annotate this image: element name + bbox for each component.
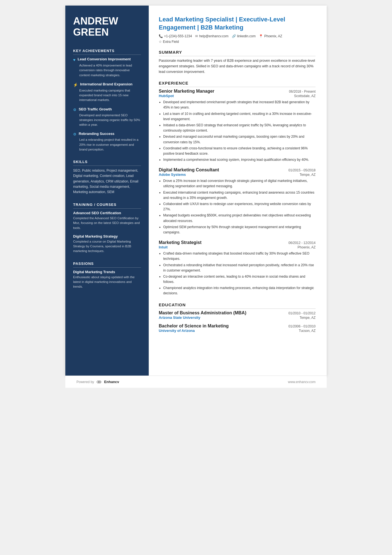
bullet-item: Implemented a comprehensive lead scoring… <box>163 157 316 162</box>
star-icon: ☆ <box>159 40 162 44</box>
achievement-item: ♥ Lead Conversion Improvement Achieved a… <box>73 57 141 78</box>
exp-bullets: Developed and implemented omnichannel gr… <box>159 100 316 162</box>
passions-section-title: PASSIONS <box>73 262 141 268</box>
footer: Powered by Enhancv www.enhancv.com <box>65 376 327 388</box>
bullet-item: Drove a 25% increase in lead conversion … <box>163 178 316 189</box>
education-item: Bachelor of Science in Marketing 01/2006… <box>159 324 316 333</box>
contact-location: 📍 Phoenix, AZ <box>259 34 282 38</box>
passion-item: Digital Marketing Trends Enthusiastic ab… <box>73 270 141 289</box>
training-title: Advanced SEO Certification <box>73 211 141 215</box>
training-desc: Completed a course on Digital Marketing … <box>73 239 141 254</box>
achievement-item: ⚙ SEO Traffic Growth Developed and imple… <box>73 107 141 127</box>
achievement-title: Lead Conversion Improvement <box>78 57 131 62</box>
edu-dates: 01/2010 - 01/2012 <box>289 311 316 315</box>
exp-location: Tempe, AZ <box>300 173 316 177</box>
bullet-item: Coordinated with cross-functional teams … <box>163 146 316 156</box>
gear-icon: ⚙ <box>73 108 76 112</box>
exp-bullets: Crafted data-driven marketing strategies… <box>159 251 316 296</box>
job-title: Lead Marketing Specialist | Executive-Le… <box>159 16 316 31</box>
achievement-title: Rebranding Success <box>79 132 115 136</box>
contact-phone: 📞 +1-(234)-555-1234 <box>159 34 192 38</box>
training-item: Digital Marketing Strategy Completed a c… <box>73 234 141 254</box>
heart-icon: ♥ <box>73 58 75 62</box>
experience-item: Marketing Strategist 06/2012 - 12/2014 I… <box>159 240 316 296</box>
contact-row: 📞 +1-(234)-555-1234 ✉ help@enhancv.com 🔗… <box>159 34 316 38</box>
bullet-item: Championed analytics integration into ma… <box>163 285 316 296</box>
bullet-item: Optimized SEM performance by 50% through… <box>163 225 316 235</box>
brand-name: Enhancv <box>104 380 119 384</box>
bullet-item: Initiated a data-driven SEO strategy tha… <box>163 123 316 133</box>
education-section-title: EDUCATION <box>159 302 316 309</box>
bullet-item: Led a team of 10 in crafting and deliver… <box>163 111 316 122</box>
bullet-item: Co-designed an interactive content serie… <box>163 274 316 285</box>
exp-job-title: Digital Marketing Consultant <box>159 167 219 172</box>
gear2-icon: ⚙ <box>73 132 76 136</box>
bullet-item: Collaborated with UX/UI teams to redesig… <box>163 201 316 212</box>
contact-linkedin: 🔗 linkedin.com <box>232 34 256 38</box>
achievement-item: ⚙ Rebranding Success Led a rebranding pr… <box>73 132 141 152</box>
bullet-item: Developed and implemented omnichannel gr… <box>163 100 316 110</box>
achievement-title: International Brand Expansion <box>80 82 133 87</box>
bullet-item: Devised and managed successful email mar… <box>163 134 316 145</box>
phone-icon: 📞 <box>159 34 163 38</box>
location-icon: 📍 <box>259 34 263 38</box>
experience-section-title: EXPERIENCE <box>159 81 316 87</box>
extra-field-row: ☆ Extra Field <box>159 40 316 44</box>
powered-by-label: Powered by <box>76 380 94 384</box>
experience-item: Senior Marketing Manager 06/2018 - Prese… <box>159 89 316 162</box>
skills-text: SEO, Public relations, Project managemen… <box>73 168 141 195</box>
exp-job-title: Marketing Strategist <box>159 240 202 245</box>
achievement-item: ⚡ International Brand Expansion Executed… <box>73 82 141 103</box>
edu-school: University of Arizona <box>159 329 195 333</box>
edu-location: Tucson, AZ <box>299 329 316 333</box>
exp-company: Intuit <box>159 245 168 249</box>
exp-company: HubSpot <box>159 94 174 98</box>
passion-desc: Enthusiastic about staying updated with … <box>73 275 141 289</box>
training-section-title: TRAINING / COURSES <box>73 203 141 209</box>
achievements-section-title: KEY ACHIEVEMENTS <box>73 49 141 55</box>
exp-dates: 06/2012 - 12/2014 <box>289 241 316 245</box>
summary-text: Passionate marketing leader with 7 years… <box>159 58 316 75</box>
edu-school: Arizona State University <box>159 315 200 320</box>
main-content: Lead Marketing Specialist | Executive-Le… <box>149 6 327 376</box>
contact-email: ✉ help@enhancv.com <box>195 34 228 38</box>
training-item: Advanced SEO Certification Completed the… <box>73 211 141 230</box>
edu-location: Tempe, AZ <box>300 316 316 320</box>
achievement-desc: Executed marketing campaigns that expand… <box>79 88 141 103</box>
skills-section-title: SKILLS <box>73 160 141 166</box>
bullet-item: Crafted data-driven marketing strategies… <box>163 251 316 262</box>
achievement-desc: Achieved a 40% improvement in lead conve… <box>79 63 141 78</box>
exp-company: Adobe Systems <box>159 172 186 177</box>
email-icon: ✉ <box>195 34 198 38</box>
bullet-item: Executed international content marketing… <box>163 190 316 201</box>
enhancv-logo-icon <box>96 380 102 384</box>
experience-item: Digital Marketing Consultant 01/2015 - 0… <box>159 167 316 235</box>
edu-degree: Master of Business Administration (MBA) <box>159 310 246 315</box>
resume-container: ANDREWGREEN KEY ACHIEVEMENTS ♥ Lead Conv… <box>65 6 327 376</box>
passion-title: Digital Marketing Trends <box>73 270 141 274</box>
exp-location: Phoenix, AZ <box>297 245 316 249</box>
footer-website: www.enhancv.com <box>288 380 316 384</box>
achievement-desc: Led a rebranding project that resulted i… <box>79 137 141 152</box>
exp-dates: 06/2018 - Present <box>289 90 316 93</box>
bullet-item: Orchestrated a rebranding initiative tha… <box>163 263 316 273</box>
edu-dates: 01/2006 - 01/2010 <box>289 324 316 328</box>
education-item: Master of Business Administration (MBA) … <box>159 310 316 320</box>
achievement-desc: Developed and implemented SEO strategies… <box>79 113 141 127</box>
exp-dates: 01/2015 - 05/2018 <box>289 168 316 172</box>
exp-bullets: Drove a 25% increase in lead conversion … <box>159 178 316 235</box>
candidate-name: ANDREWGREEN <box>73 16 141 38</box>
exp-location: Scottsdale, AZ <box>294 94 316 98</box>
training-title: Digital Marketing Strategy <box>73 234 141 238</box>
edu-degree: Bachelor of Science in Marketing <box>159 324 229 329</box>
summary-section-title: SUMMARY <box>159 50 316 56</box>
sidebar: ANDREWGREEN KEY ACHIEVEMENTS ♥ Lead Conv… <box>65 6 149 376</box>
lightning-icon: ⚡ <box>73 83 78 87</box>
linkedin-icon: 🔗 <box>232 34 236 38</box>
exp-job-title: Senior Marketing Manager <box>159 89 214 94</box>
bullet-item: Managed budgets exceeding $500K, ensurin… <box>163 213 316 223</box>
training-desc: Completed the Advanced SEO Certification… <box>73 216 141 230</box>
footer-left: Powered by Enhancv <box>76 380 119 384</box>
achievement-title: SEO Traffic Growth <box>79 107 112 112</box>
